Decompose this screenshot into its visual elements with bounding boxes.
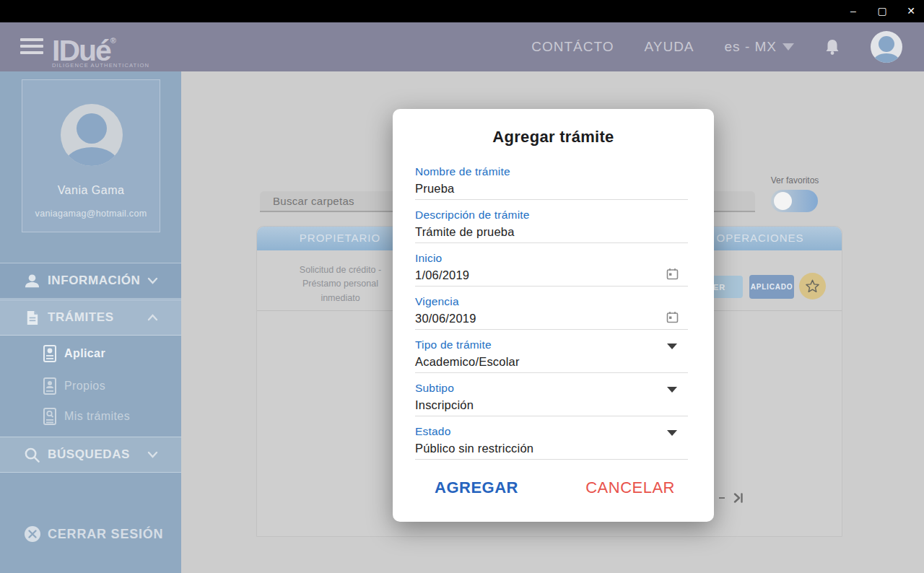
- chevron-down-icon: [147, 277, 158, 284]
- owner-cell: Solicitud de crédito - Préstamo personal…: [284, 263, 396, 305]
- field-label: Descripción de trámite: [415, 209, 530, 222]
- dialog-fields: Nombre de trámite Prueba Descripción de …: [415, 162, 689, 465]
- profile-email: vaniagamag@hotmail.com: [22, 209, 160, 219]
- field-nombre-de-tramite: Nombre de trámite Prueba: [415, 162, 689, 205]
- dropdown-caret-icon[interactable]: [667, 387, 677, 393]
- close-circle-icon: [24, 525, 41, 543]
- app-header: IDué® DILIGENCE AUTHENTICATION CONTÁCTO …: [0, 22, 924, 71]
- favorites-toggle-label: Ver favoritos: [766, 175, 824, 185]
- sidebar-item-label: Aplicar: [64, 347, 105, 360]
- field-descripcion-de-tramite: Descripción de trámite Trámite de prueba: [415, 205, 689, 248]
- language-label: es - MX: [725, 39, 777, 55]
- last-page-icon[interactable]: [732, 491, 745, 504]
- avatar-head-icon: [879, 36, 894, 52]
- column-header-operaciones: OPERACIONES: [699, 232, 821, 244]
- minimize-icon[interactable]: –: [847, 0, 859, 22]
- field-underline: [415, 416, 688, 416]
- field-subtipo: Subtipo Inscripción: [415, 378, 689, 421]
- field-underline: [415, 286, 688, 286]
- document-icon: [24, 310, 40, 326]
- field-label: Nombre de trámite: [415, 165, 510, 178]
- contact-link[interactable]: CONTÁCTO: [531, 39, 614, 55]
- star-icon: [805, 279, 820, 294]
- calendar-icon[interactable]: [666, 311, 679, 323]
- profile-card: Vania Gama vaniagamag@hotmail.com: [22, 79, 160, 232]
- field-label: Inicio: [415, 252, 442, 265]
- language-caret-icon: [783, 43, 794, 51]
- estado-select[interactable]: Público sin restricción: [415, 442, 533, 455]
- calendar-icon[interactable]: [666, 268, 679, 280]
- add-tramite-dialog: Agregar trámite Nombre de trámite Prueba…: [393, 109, 714, 522]
- descripcion-input[interactable]: Trámite de prueba: [415, 225, 515, 239]
- sidebar-item-aplicar[interactable]: Aplicar: [0, 344, 181, 365]
- logout-label: CERRAR SESIÓN: [48, 527, 163, 542]
- profile-avatar: [61, 104, 123, 166]
- vigencia-date-input[interactable]: 30/06/2019: [415, 312, 476, 325]
- notifications-bell-icon[interactable]: [824, 38, 840, 56]
- document-search-icon: [43, 408, 56, 425]
- logo-subtitle: DILIGENCE AUTHENTICATION: [52, 62, 149, 69]
- sidebar-item-label: BÚSQUEDAS: [48, 447, 130, 462]
- field-inicio: Inicio 1/06/2019: [415, 248, 689, 292]
- avatar-body-icon: [873, 53, 899, 63]
- sidebar-item-propios[interactable]: Propios: [0, 376, 181, 398]
- field-vigencia: Vigencia 30/06/2019: [415, 292, 689, 335]
- app-logo: IDué® DILIGENCE AUTHENTICATION: [52, 25, 149, 69]
- field-underline: [415, 372, 688, 373]
- window-titlebar: – ▢ ✕: [0, 0, 924, 22]
- sidebar-item-label: Mis trámites: [64, 410, 130, 423]
- dialog-title: Agregar trámite: [393, 128, 714, 146]
- field-label: Tipo de trámite: [415, 338, 492, 351]
- user-avatar[interactable]: [871, 31, 902, 63]
- profile-name: Vania Gama: [22, 184, 160, 197]
- sidebar-item-busquedas[interactable]: BÚSQUEDAS: [0, 437, 181, 473]
- sidebar-item-mis-tramites[interactable]: Mis trámites: [0, 406, 181, 428]
- avatar-body-icon: [65, 147, 118, 166]
- pagination-separator: [719, 497, 725, 499]
- tipo-select[interactable]: Academico/Escolar: [415, 355, 520, 369]
- field-label: Estado: [415, 425, 450, 438]
- search-icon: [24, 447, 40, 463]
- inicio-date-input[interactable]: 1/06/2019: [415, 268, 469, 282]
- language-selector[interactable]: es - MX: [725, 39, 794, 55]
- subtipo-select[interactable]: Inscripción: [415, 398, 474, 412]
- field-underline: [415, 459, 688, 460]
- sidebar: Vania Gama vaniagamag@hotmail.com INFORM…: [0, 71, 181, 573]
- sidebar-item-informacion[interactable]: INFORMACIÓN: [0, 263, 181, 299]
- document-person-icon: [43, 377, 56, 395]
- nombre-input[interactable]: Prueba: [415, 182, 454, 196]
- sidebar-item-tramites[interactable]: TRÁMITES: [0, 299, 181, 336]
- cancel-button[interactable]: CANCELAR: [585, 478, 675, 497]
- document-check-icon: [43, 345, 56, 362]
- toggle-knob: [774, 192, 792, 210]
- submit-button[interactable]: AGREGAR: [435, 478, 518, 497]
- chevron-down-icon: [147, 451, 158, 458]
- field-estado: Estado Público sin restricción: [415, 421, 689, 465]
- field-label: Subtipo: [415, 382, 454, 395]
- sidebar-item-label: TRÁMITES: [48, 310, 114, 325]
- favorites-toggle[interactable]: [771, 190, 818, 212]
- field-label: Vigencia: [415, 295, 459, 308]
- dropdown-caret-icon[interactable]: [667, 344, 677, 349]
- close-icon[interactable]: ✕: [905, 0, 917, 22]
- pagination: [719, 491, 745, 504]
- window-controls: – ▢ ✕: [847, 0, 917, 22]
- registered-mark: ®: [110, 36, 116, 45]
- person-icon: [24, 273, 40, 289]
- logout-button[interactable]: CERRAR SESIÓN: [0, 523, 181, 549]
- logo-text: IDué®: [52, 25, 149, 66]
- sidebar-item-label: INFORMACIÓN: [48, 274, 140, 288]
- sidebar-item-label: Propios: [64, 380, 105, 393]
- column-header-propietario: PROPIETARIO: [282, 232, 398, 244]
- status-badge[interactable]: APLICADO: [749, 275, 794, 299]
- help-link[interactable]: AYUDA: [644, 39, 694, 55]
- chevron-up-icon: [147, 314, 158, 321]
- hamburger-menu-icon[interactable]: [20, 38, 43, 54]
- dropdown-caret-icon[interactable]: [667, 430, 677, 436]
- avatar-head-icon: [77, 113, 107, 144]
- field-tipo-de-tramite: Tipo de trámite Academico/Escolar: [415, 335, 689, 378]
- favorite-star-button[interactable]: [799, 273, 826, 299]
- field-underline: [415, 329, 688, 330]
- maximize-icon[interactable]: ▢: [876, 0, 888, 22]
- header-nav: CONTÁCTO AYUDA es - MX: [531, 22, 902, 71]
